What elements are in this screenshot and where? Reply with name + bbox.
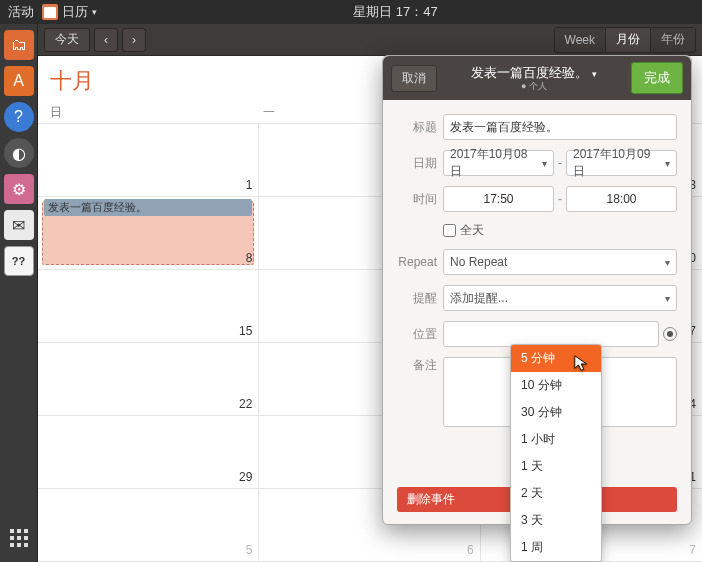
chrome-icon[interactable]: ◐ [4, 138, 34, 168]
event-chip[interactable]: 发表一篇百度经验。 [44, 199, 252, 216]
dash: - [558, 192, 562, 206]
cancel-button[interactable]: 取消 [391, 65, 437, 92]
reminder-dropdown[interactable]: 添加提醒... [443, 285, 677, 311]
allday-label: 全天 [460, 222, 484, 239]
reminder-option[interactable]: 5 分钟 [511, 345, 601, 372]
label-reminder: 提醒 [397, 290, 437, 307]
help-icon[interactable]: ? [4, 102, 34, 132]
reminder-option[interactable]: 2 天 [511, 480, 601, 507]
event-edit-panel: 取消 发表一篇百度经验。 ▾ ● 个人 完成 标题 日期 2017年10月08日… [382, 55, 692, 525]
location-radio[interactable] [663, 327, 677, 341]
label-title: 标题 [397, 119, 437, 136]
calendar-cell[interactable]: 15 [38, 270, 259, 343]
files-icon[interactable]: 🗂 [4, 30, 34, 60]
time-to-input[interactable] [566, 186, 677, 212]
date-from-dropdown[interactable]: 2017年10月08日 [443, 150, 554, 176]
reminder-option[interactable]: 30 分钟 [511, 399, 601, 426]
allday-checkbox[interactable] [443, 224, 456, 237]
calendar-cell[interactable]: 29 [38, 416, 259, 489]
today-button[interactable]: 今天 [44, 28, 90, 52]
view-week[interactable]: Week [555, 28, 605, 52]
time-from-input[interactable] [443, 186, 554, 212]
reminder-option[interactable]: 1 小时 [511, 426, 601, 453]
done-button[interactable]: 完成 [631, 62, 683, 94]
next-button[interactable]: › [122, 28, 146, 52]
view-switcher: Week 月份 年份 [554, 27, 696, 53]
title-input[interactable] [443, 114, 677, 140]
label-location: 位置 [397, 326, 437, 343]
repeat-dropdown[interactable]: No Repeat [443, 249, 677, 275]
label-date: 日期 [397, 155, 437, 172]
reminder-option[interactable]: 1 周 [511, 534, 601, 561]
app-menu[interactable]: 日历 ▾ [42, 3, 97, 21]
top-bar: 活动 日历 ▾ 星期日 17：47 [0, 0, 702, 24]
label-repeat: Repeat [397, 255, 437, 269]
calendar-cell[interactable]: 5 [38, 489, 259, 562]
launcher: 🗂 A ? ◐ ⚙ ✉ ?? [0, 24, 38, 562]
software-icon[interactable]: A [4, 66, 34, 96]
label-notes: 备注 [397, 357, 437, 374]
label-time: 时间 [397, 191, 437, 208]
calendar-icon [42, 4, 58, 20]
calendar-cell[interactable]: 发表一篇百度经验。8 [38, 197, 259, 270]
calendar-cell[interactable]: 1 [38, 124, 259, 197]
view-month[interactable]: 月份 [605, 28, 650, 52]
date-to-dropdown[interactable]: 2017年10月09日 [566, 150, 677, 176]
settings-icon[interactable]: ⚙ [4, 174, 34, 204]
edit-title: 发表一篇百度经验。 ▾ ● 个人 [445, 64, 623, 93]
edit-header: 取消 发表一篇百度经验。 ▾ ● 个人 完成 [383, 56, 691, 100]
app-name: 日历 [62, 3, 88, 21]
calendar-cell[interactable]: 22 [38, 343, 259, 416]
reminder-option[interactable]: 3 天 [511, 507, 601, 534]
reminder-option[interactable]: 10 分钟 [511, 372, 601, 399]
mail-icon[interactable]: ✉ [4, 210, 34, 240]
apps-grid-icon[interactable] [7, 526, 31, 550]
prev-button[interactable]: ‹ [94, 28, 118, 52]
dow-sun: 日 [50, 102, 263, 123]
calendar-app-icon[interactable]: ?? [4, 246, 34, 276]
reminder-option[interactable]: 1 天 [511, 453, 601, 480]
dash: - [558, 156, 562, 170]
view-year[interactable]: 年份 [650, 28, 695, 52]
clock[interactable]: 星期日 17：47 [97, 3, 694, 21]
reminder-menu: 5 分钟10 分钟30 分钟1 小时1 天2 天3 天1 周 [510, 344, 602, 562]
window-toolbar: 今天 ‹ › Week 月份 年份 [38, 24, 702, 56]
activities-button[interactable]: 活动 [8, 3, 34, 21]
